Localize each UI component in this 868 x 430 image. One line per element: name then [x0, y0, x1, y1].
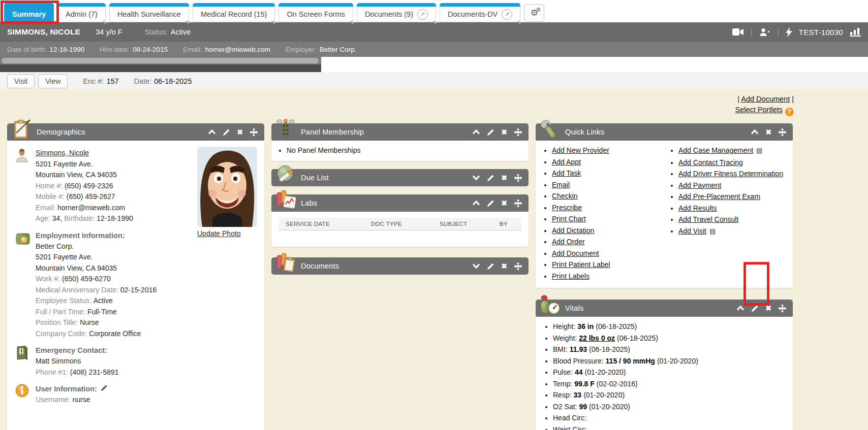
vital-item: Head Circ:: [553, 412, 790, 424]
patient-name-link[interactable]: Simmons, Nicole: [36, 149, 89, 157]
move-icon[interactable]: [778, 304, 787, 313]
edit-icon[interactable]: [487, 128, 494, 136]
quick-link[interactable]: Print Chart: [552, 215, 586, 223]
view-button[interactable]: View: [38, 74, 68, 88]
quick-link[interactable]: Add Document: [552, 249, 599, 257]
vital-value-link[interactable]: 22 lbs 0 oz: [579, 334, 615, 342]
edit-user-info-icon[interactable]: [101, 385, 108, 393]
quick-link[interactable]: Add Order: [552, 238, 585, 246]
move-icon[interactable]: [778, 128, 787, 137]
select-portlets-link[interactable]: Select Portlets: [735, 106, 783, 114]
vital-item: Height:36 in(06-18-2025): [553, 321, 790, 333]
labs-table-header: SERVICE DATE DOC TYPE SUBJECT BY: [278, 218, 521, 230]
labs-header[interactable]: Labs ✖: [271, 194, 529, 212]
briefcase-icon: [12, 230, 36, 340]
close-icon[interactable]: ✖: [765, 128, 771, 136]
close-icon[interactable]: ✖: [765, 304, 771, 312]
tab-admin-label: Admin (7): [66, 10, 98, 18]
list-icon[interactable]: ▤: [756, 145, 762, 157]
update-photo-link[interactable]: Update Photo: [197, 229, 241, 238]
tab-fold: [517, 21, 520, 24]
dob-field: Date of birth:12-18-1990: [7, 46, 84, 53]
edit-icon[interactable]: [223, 128, 230, 136]
expand-icon[interactable]: [472, 263, 480, 269]
move-icon[interactable]: [514, 174, 522, 182]
banner-scrollbar-thumb[interactable]: [2, 58, 319, 63]
tab-health-surveillance-label: Health Surveillance: [117, 10, 181, 18]
quick-link[interactable]: Email: [552, 181, 570, 189]
tab-health-surveillance[interactable]: Health Surveillance: [109, 3, 189, 22]
add-person-icon[interactable]: [759, 28, 770, 37]
labs-col-by[interactable]: BY: [500, 221, 521, 227]
edit-icon[interactable]: [487, 174, 494, 182]
due-list-header[interactable]: Due List ✖: [271, 169, 529, 186]
quick-link[interactable]: Print Patient Label: [552, 260, 610, 269]
tab-settings-button[interactable]: ⚙ ⚙: [524, 4, 544, 22]
collapse-icon[interactable]: [751, 129, 759, 135]
labs-col-service-date[interactable]: SERVICE DATE: [286, 221, 371, 227]
move-icon[interactable]: [514, 128, 522, 137]
close-icon[interactable]: ✖: [501, 262, 507, 270]
move-icon[interactable]: [514, 199, 522, 208]
quick-link[interactable]: Add Driver Fitness Determination: [678, 170, 783, 178]
quick-link[interactable]: Add Case Management: [678, 146, 753, 154]
vitals-header[interactable]: Vitals ✖: [536, 300, 793, 317]
quick-link[interactable]: Print Labels: [552, 272, 590, 280]
quick-links-header[interactable]: Quick Links ✖: [536, 123, 793, 141]
quick-link[interactable]: Add Payment: [678, 181, 721, 189]
quick-link[interactable]: Add Travel Consult: [678, 215, 738, 223]
documents-header[interactable]: Documents ✖: [271, 257, 529, 275]
move-icon[interactable]: [250, 128, 258, 137]
patient-name: SIMMONS, NICOLE: [7, 27, 80, 37]
caduceus-icon: [274, 117, 297, 141]
quick-link[interactable]: Add Pre-Placement Exam: [678, 192, 760, 201]
quick-link[interactable]: Add New Provider: [552, 146, 609, 154]
tab-on-screen-forms[interactable]: On Screen Forms: [278, 3, 353, 22]
banner-scrollbar-track: [0, 57, 321, 64]
tab-documents-dv[interactable]: Documents-DV↗: [440, 3, 520, 22]
add-document-link[interactable]: Add Document: [741, 95, 790, 103]
portlet-documents: Documents ✖: [271, 257, 529, 275]
quick-link[interactable]: Checkin: [552, 192, 578, 200]
popout-icon[interactable]: ↗: [417, 9, 428, 20]
quick-link[interactable]: Add Appt: [552, 158, 581, 166]
quick-link[interactable]: Add Task: [552, 169, 581, 177]
patient-photo-box: Update Photo: [197, 147, 257, 238]
collapse-icon[interactable]: [472, 201, 480, 206]
collapse-icon[interactable]: [472, 129, 480, 135]
popout-icon[interactable]: ↗: [502, 9, 512, 20]
close-icon[interactable]: ✖: [501, 128, 507, 136]
demographics-header[interactable]: Demographics ✖: [7, 123, 264, 141]
panel-membership-header[interactable]: Panel Membership ✖: [271, 123, 529, 141]
tab-medical-record[interactable]: Medical Record (15): [193, 3, 275, 22]
collapse-icon[interactable]: [208, 129, 216, 135]
edit-icon[interactable]: [487, 200, 494, 207]
quick-link[interactable]: Add Results: [678, 204, 717, 212]
tab-admin[interactable]: Admin (7): [57, 3, 106, 22]
quick-link[interactable]: Add Contact Tracing: [678, 158, 743, 167]
quick-link-item: Email: [552, 179, 664, 191]
move-icon[interactable]: [514, 262, 522, 271]
visit-button[interactable]: Visit: [7, 74, 35, 88]
patient-banner: SIMMONS, NICOLE 34 y/o F Status: Active …: [0, 22, 868, 42]
edit-icon[interactable]: [487, 262, 494, 270]
expand-icon[interactable]: [472, 175, 480, 180]
encounter-number: Enc #:157: [83, 77, 118, 85]
list-icon[interactable]: ▤: [709, 226, 716, 238]
labs-col-subject[interactable]: SUBJECT: [440, 221, 500, 227]
quick-link[interactable]: Prescribe: [552, 204, 582, 212]
edit-icon[interactable]: [751, 305, 759, 312]
lightning-bolt-icon[interactable]: [786, 27, 792, 37]
quick-link[interactable]: Add Visit: [678, 227, 706, 235]
close-icon[interactable]: ✖: [501, 199, 507, 207]
video-camera-icon[interactable]: [732, 28, 744, 36]
flowsheet-chart-icon[interactable]: [850, 27, 861, 37]
tab-summary[interactable]: Summary: [4, 3, 54, 22]
close-icon[interactable]: ✖: [237, 128, 243, 136]
labs-col-doc-type[interactable]: DOC TYPE: [371, 221, 440, 227]
close-icon[interactable]: ✖: [501, 174, 507, 182]
quick-link[interactable]: Add Dictation: [552, 226, 594, 235]
tab-documents[interactable]: Documents (9)↗: [357, 3, 436, 22]
help-icon[interactable]: ?: [785, 108, 794, 116]
collapse-icon[interactable]: [736, 306, 745, 311]
